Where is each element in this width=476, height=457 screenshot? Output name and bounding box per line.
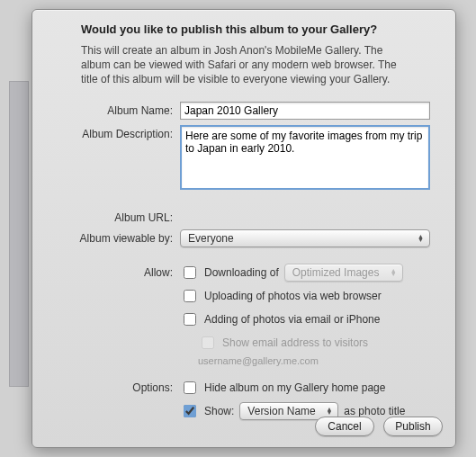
updown-arrows-icon: ▲▼ <box>391 269 397 276</box>
row-album-name: Album Name: <box>45 102 443 120</box>
gallery-email-address: username@gallery.me.com <box>198 355 439 366</box>
publish-button[interactable]: Publish <box>383 417 443 436</box>
updown-arrows-icon: ▲▼ <box>418 235 424 242</box>
allow-downloading-label: Downloading of <box>204 266 279 279</box>
hide-album-line: Hide album on my Gallery home page <box>180 379 439 397</box>
allow-uploading-checkbox[interactable] <box>184 290 196 302</box>
album-description-textarea[interactable] <box>180 125 430 190</box>
allow-downloading-checkbox[interactable] <box>184 266 196 279</box>
allow-uploading-label: Uploading of photos via web browser <box>204 290 382 302</box>
label-allow: Allow: <box>45 264 180 279</box>
row-allow: Allow: Downloading of Optimized Images ▲… <box>45 264 443 373</box>
dialog-form: Album Name: Album Description: Album URL… <box>45 102 443 426</box>
viewable-by-select[interactable]: Everyone ▲▼ <box>180 229 430 247</box>
background-thumbnail-strip <box>9 81 29 387</box>
show-title-value: Version Name <box>247 405 315 417</box>
label-options: Options: <box>45 379 180 394</box>
show-email-checkbox <box>202 336 214 349</box>
downloading-type-value: Optimized Images <box>292 266 380 279</box>
album-name-input[interactable] <box>180 102 430 120</box>
updown-arrows-icon: ▲▼ <box>326 408 332 415</box>
label-album-description: Album Description: <box>45 125 180 140</box>
allow-uploading-line: Uploading of photos via web browser <box>180 287 439 305</box>
show-title-checkbox[interactable] <box>184 405 196 417</box>
show-title-suffix: as photo title <box>344 405 405 417</box>
cancel-button[interactable]: Cancel <box>315 417 374 436</box>
show-email-line: Show email address to visitors <box>198 334 439 352</box>
hide-album-label: Hide album on my Gallery home page <box>204 381 385 394</box>
show-email-label: Show email address to visitors <box>222 336 368 349</box>
hide-album-checkbox[interactable] <box>184 381 196 394</box>
row-viewable-by: Album viewable by: Everyone ▲▼ <box>45 229 443 247</box>
publish-album-dialog: Would you like to publish this album to … <box>31 9 456 448</box>
allow-adding-checkbox[interactable] <box>184 313 196 326</box>
allow-adding-line: Adding of photos via email or iPhone <box>180 310 439 328</box>
allow-downloading-line: Downloading of Optimized Images ▲▼ <box>180 264 439 282</box>
label-album-url: Album URL: <box>45 209 180 224</box>
show-title-label: Show: <box>204 405 234 417</box>
label-viewable-by: Album viewable by: <box>45 229 180 245</box>
viewable-by-value: Everyone <box>188 232 234 245</box>
allow-adding-label: Adding of photos via email or iPhone <box>204 313 380 326</box>
dialog-intro: This will create an album in Josh Anon's… <box>81 43 407 87</box>
label-album-name: Album Name: <box>45 102 180 117</box>
dialog-footer: Cancel Publish <box>315 417 443 436</box>
dialog-heading: Would you like to publish this album to … <box>81 22 407 36</box>
downloading-type-select: Optimized Images ▲▼ <box>284 264 403 282</box>
row-album-description: Album Description: <box>45 125 443 193</box>
row-album-url: Album URL: <box>45 209 443 224</box>
